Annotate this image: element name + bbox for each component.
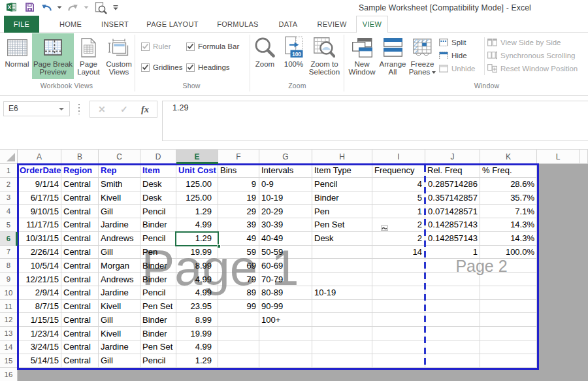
cell-H10[interactable]: 10-19 <box>312 286 372 300</box>
tab-formulas[interactable]: FORMULAS <box>217 16 259 33</box>
cell-C7[interactable]: Gill <box>99 246 140 259</box>
cell-E14[interactable]: 4.99 <box>176 340 218 354</box>
cell-E12[interactable]: 8.99 <box>176 313 218 327</box>
fill-handle[interactable] <box>217 244 221 248</box>
cell-D4[interactable]: Pencil <box>140 205 176 218</box>
undo-dropdown-icon[interactable] <box>57 6 62 9</box>
split-button[interactable]: Split <box>439 37 466 48</box>
cell-D13[interactable]: Binder <box>140 327 176 340</box>
enter-icon[interactable]: ✓ <box>114 104 135 114</box>
cell-I1[interactable]: Frequency <box>372 164 425 178</box>
tab-data[interactable]: DATA <box>279 16 298 33</box>
cell-I4[interactable]: 1 <box>372 205 425 218</box>
new-window-button[interactable]: New Window <box>346 33 378 79</box>
cell-D11[interactable]: Pen Set <box>140 300 176 314</box>
cell-I15[interactable] <box>372 354 425 368</box>
cell-B8[interactable]: Central <box>61 259 99 273</box>
cell-E5[interactable]: 4.99 <box>176 218 218 232</box>
column-header-K[interactable]: K <box>480 150 537 164</box>
row-header-7[interactable]: 7 <box>0 246 18 259</box>
cell-B3[interactable]: Central <box>61 191 99 205</box>
cell-A13[interactable]: 1/23/14 <box>18 327 61 340</box>
cell-H15[interactable] <box>312 354 372 368</box>
cell-B13[interactable]: Central <box>61 327 99 340</box>
row-header-1[interactable]: 1 <box>0 164 18 178</box>
cell-F14[interactable] <box>218 340 259 354</box>
cell-B2[interactable]: Central <box>61 178 99 191</box>
row-header-4[interactable]: 4 <box>0 205 18 218</box>
cell-C11[interactable]: Kivell <box>99 300 140 314</box>
headings-checkbox[interactable]: Headings <box>186 62 230 73</box>
cell-E15[interactable]: 1.29 <box>176 354 218 368</box>
cell-G4[interactable]: 20-29 <box>259 205 312 218</box>
cell-I12[interactable] <box>372 313 425 327</box>
cell-J1[interactable]: Rel. Freq <box>425 164 480 178</box>
cell-I8[interactable] <box>372 259 425 273</box>
row-header-13[interactable]: 13 <box>0 327 18 340</box>
cell-C10[interactable]: Jardine <box>99 286 140 300</box>
cell-F3[interactable]: 19 <box>218 191 259 205</box>
cell-C14[interactable]: Jardine <box>99 340 140 354</box>
cell-B14[interactable]: Central <box>61 340 99 354</box>
row-header-11[interactable]: 11 <box>0 300 18 314</box>
cell-B7[interactable]: Central <box>61 246 99 259</box>
cell-E13[interactable]: 19.99 <box>176 327 218 340</box>
cell-I3[interactable]: 5 <box>372 191 425 205</box>
cell-A15[interactable]: 5/14/15 <box>18 354 61 368</box>
cell-D2[interactable]: Desk <box>140 178 176 191</box>
redo-button[interactable] <box>67 3 79 12</box>
column-header-H[interactable]: H <box>312 150 372 164</box>
cell-K10[interactable] <box>480 286 537 300</box>
row-header-14[interactable]: 14 <box>0 340 18 354</box>
cell-H9[interactable] <box>312 273 372 286</box>
column-header-L[interactable]: L <box>537 150 580 164</box>
cell-C9[interactable]: Andrews <box>99 273 140 286</box>
cell-B9[interactable]: Central <box>61 273 99 286</box>
column-header-F[interactable]: F <box>218 150 259 164</box>
unhide-button[interactable]: Unhide <box>439 63 475 74</box>
cell-G3[interactable]: 10-19 <box>259 191 312 205</box>
undo-button[interactable] <box>41 3 52 12</box>
zoom-to-selection-button[interactable]: Zoom to Selection <box>307 33 342 79</box>
cell-J3[interactable]: 0.357142857 <box>425 191 480 205</box>
smart-tag-icon[interactable] <box>381 225 388 231</box>
cell-C13[interactable]: Kivell <box>99 327 140 340</box>
column-header-I[interactable]: I <box>372 150 425 164</box>
tab-insert[interactable]: INSERT <box>101 16 129 33</box>
cell-I13[interactable] <box>372 327 425 340</box>
cell-B15[interactable]: Central <box>61 354 99 368</box>
cell-K5[interactable]: 14.3% <box>480 218 537 232</box>
cell-G14[interactable] <box>259 340 312 354</box>
row-header-5[interactable]: 5 <box>0 218 18 232</box>
cell-A10[interactable]: 2/9/14 <box>18 286 61 300</box>
cell-C2[interactable]: Smith <box>99 178 140 191</box>
cell-H8[interactable] <box>312 259 372 273</box>
freeze-panes-button[interactable]: Freeze Panes <box>407 33 438 79</box>
cell-H1[interactable]: Item Type <box>312 164 372 178</box>
cell-I14[interactable] <box>372 340 425 354</box>
cell-A8[interactable]: 10/5/14 <box>18 259 61 273</box>
cell-E4[interactable]: 1.29 <box>176 205 218 218</box>
cell-C12[interactable]: Gill <box>99 313 140 327</box>
cell-B6[interactable]: Central <box>61 232 99 246</box>
cell-I7[interactable]: 14 <box>372 246 425 259</box>
cell-C3[interactable]: Kivell <box>99 191 140 205</box>
cell-J4[interactable]: 0.071428571 <box>425 205 480 218</box>
name-box[interactable]: E6 <box>3 101 70 116</box>
save-button[interactable] <box>25 3 34 12</box>
cell-F4[interactable]: 29 <box>218 205 259 218</box>
tab-file[interactable]: FILE <box>4 16 39 33</box>
cell-J11[interactable] <box>425 300 480 314</box>
cell-H6[interactable]: Desk <box>312 232 372 246</box>
tab-page-layout[interactable]: PAGE LAYOUT <box>146 16 198 33</box>
cell-I11[interactable] <box>372 300 425 314</box>
cell-G15[interactable] <box>259 354 312 368</box>
cell-H2[interactable]: Pencil <box>312 178 372 191</box>
cell-D14[interactable]: Pen Set <box>140 340 176 354</box>
cell-A4[interactable]: 9/10/15 <box>18 205 61 218</box>
formula-input[interactable]: 1.29 <box>162 101 588 141</box>
cell-A1[interactable]: OrderDate <box>18 164 61 178</box>
cell-E1[interactable]: Unit Cost <box>176 164 218 178</box>
cell-G11[interactable]: 90-99 <box>259 300 312 314</box>
ruler-checkbox[interactable]: Ruler <box>141 41 171 52</box>
